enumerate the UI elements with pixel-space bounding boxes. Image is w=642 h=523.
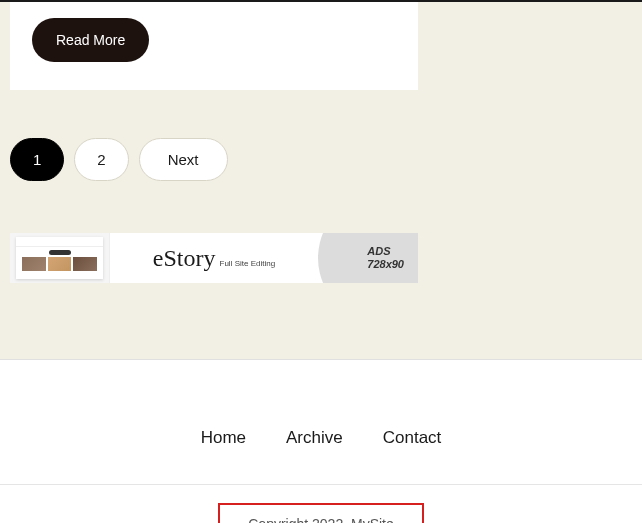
post-card: Read More — [10, 2, 418, 90]
footer-nav: Home Archive Contact — [0, 428, 642, 484]
page-2-button[interactable]: 2 — [74, 138, 128, 181]
ad-title: eStory — [153, 245, 216, 272]
ad-banner[interactable]: eStory Full Site Editing ADS 728x90 — [10, 233, 418, 283]
ad-size-text: 728x90 — [367, 258, 404, 271]
footer-link-home[interactable]: Home — [201, 428, 246, 448]
copyright-text: Copyright 2022. MySite — [248, 516, 394, 523]
footer-link-contact[interactable]: Contact — [383, 428, 442, 448]
ad-preview-image — [10, 233, 110, 283]
ad-size-label: ADS 728x90 — [318, 233, 418, 283]
ad-center: eStory Full Site Editing — [110, 245, 318, 272]
ad-label-text: ADS — [367, 245, 404, 258]
read-more-button[interactable]: Read More — [32, 18, 149, 62]
ad-subtitle: Full Site Editing — [220, 259, 276, 268]
page-next-button[interactable]: Next — [139, 138, 228, 181]
page-1-button[interactable]: 1 — [10, 138, 64, 181]
footer-link-archive[interactable]: Archive — [286, 428, 343, 448]
footer: Home Archive Contact Copyright 2022. MyS… — [0, 359, 642, 523]
main-content: Read More 1 2 Next eStory Full Site Edit… — [0, 0, 642, 283]
copyright-highlight-box: Copyright 2022. MySite — [218, 503, 424, 523]
pagination: 1 2 Next — [10, 138, 632, 181]
copyright-section: Copyright 2022. MySite — [0, 484, 642, 523]
